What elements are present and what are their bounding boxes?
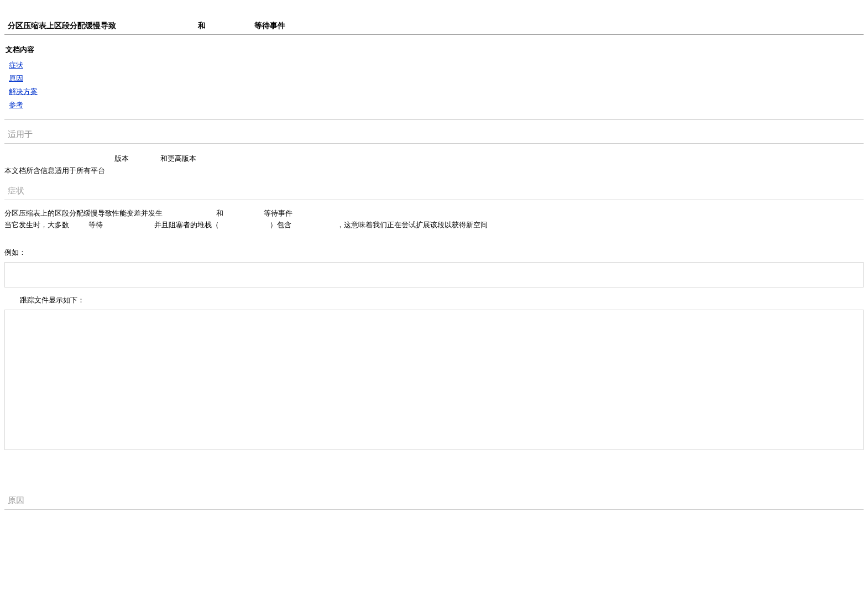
page-title: 分区压缩表上区段分配缓慢导致 和 等待事件 [4, 4, 864, 35]
symptom-l2a: 当它发生时，大多数 [4, 221, 69, 229]
symptom-l2e: ，这意味着我们正在尝试扩展该段以获得新空间 [337, 221, 488, 229]
title-part1: 分区压缩表上区段分配缓慢导致 [8, 21, 116, 30]
symptom-l1b: 和 [216, 209, 223, 217]
applies-platforms: 本文档所含信息适用于所有平台 [4, 166, 864, 176]
toc-heading: 文档内容 [6, 45, 864, 55]
example-label: 例如： [4, 248, 864, 258]
symptom-l2d: ）包含 [270, 221, 291, 229]
symptom-l1c: 等待事件 [264, 209, 292, 217]
trace-label: 跟踪文件显示如下： [4, 295, 864, 305]
symptom-l2b: 等待 [88, 221, 103, 229]
symptom-text: 分区压缩表上的区段分配缓慢导致性能变差并发生 和 等待事件 当它发生时，大多数 … [4, 208, 864, 231]
applies-line1: 版本 和更高版本 [4, 144, 864, 164]
applies-and-higher: 和更高版本 [160, 154, 196, 163]
symptom-l2c: 并且阻塞者的堆栈（ [154, 221, 219, 229]
symptom-l1a: 分区压缩表上的区段分配缓慢导致性能变差并发生 [4, 209, 163, 217]
section-applies-to: 适用于 [4, 123, 864, 144]
title-mid: 和 [198, 21, 206, 30]
toc-link-reference[interactable]: 参考 [9, 100, 864, 110]
applies-version-word: 版本 [114, 154, 129, 163]
trace-code-box [4, 310, 864, 450]
toc-link-solution[interactable]: 解决方案 [9, 87, 864, 97]
toc-list: 症状 原因 解决方案 参考 [4, 60, 864, 119]
toc-link-symptoms[interactable]: 症状 [9, 60, 864, 70]
title-part3: 等待事件 [254, 21, 285, 30]
section-cause: 原因 [4, 489, 864, 510]
toc-link-cause[interactable]: 原因 [9, 74, 864, 83]
section-symptoms: 症状 [4, 179, 864, 200]
example-code-box [4, 262, 864, 287]
